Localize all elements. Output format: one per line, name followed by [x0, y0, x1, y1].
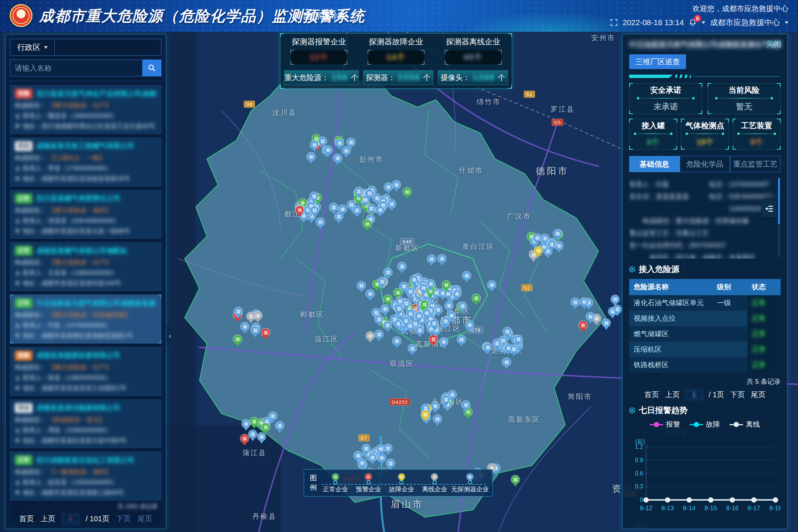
map-pin[interactable] — [250, 417, 258, 429]
table-row[interactable]: 液化石油气储罐区单元一级正常 — [629, 295, 781, 311]
map-pin[interactable] — [431, 402, 439, 413]
map-pin[interactable] — [484, 343, 492, 355]
scrollbar[interactable] — [778, 178, 780, 257]
map-pin[interactable] — [393, 337, 401, 348]
map-pin[interactable] — [440, 338, 448, 349]
map-pin[interactable] — [533, 234, 541, 245]
map-pin[interactable] — [438, 255, 446, 266]
map-pin[interactable] — [534, 246, 542, 258]
map-pin[interactable] — [392, 181, 400, 192]
user-menu[interactable]: 成都市应急救援中心 — [710, 17, 780, 28]
map-pin[interactable] — [427, 255, 436, 266]
map-pin[interactable] — [241, 323, 249, 334]
map-pin[interactable] — [233, 335, 242, 347]
page-first[interactable]: 首页 — [644, 390, 659, 400]
page-input[interactable] — [686, 390, 703, 400]
map-pin[interactable] — [427, 280, 435, 291]
map-pin[interactable] — [402, 317, 410, 328]
map-pin[interactable] — [395, 304, 403, 316]
page-last[interactable]: 尾页 — [751, 390, 765, 400]
enterprise-card[interactable]: 正常 中石油某某天然气有限公司成都某某液化气储配站 构成级别：【重大危险源・经营… — [10, 294, 161, 344]
map-pin[interactable] — [310, 206, 318, 218]
page-first[interactable]: 首页 — [19, 514, 34, 524]
enterprise-card[interactable]: 离线 成都某某市政工程燃气有限公司 构成级别：【三级站点・一般】 联系人：李某（… — [10, 137, 161, 187]
map-pin[interactable] — [310, 192, 318, 204]
map-pin[interactable] — [388, 200, 396, 211]
region-filter-input[interactable] — [55, 39, 161, 55]
map-pin[interactable] — [338, 205, 347, 216]
enterprise-card[interactable]: 离线 成都某某清洁能源有限公司 构成级别：【构成级别・暂无】 联系人：周某（15… — [10, 399, 161, 449]
map-pin[interactable] — [457, 335, 466, 347]
notification-bell-icon[interactable]: 0 — [689, 18, 697, 27]
enterprise-card[interactable]: 正常 四川成都某某石油化工有限公司 构成级别：【一般危险源・储存】 联系人：赵某… — [10, 451, 161, 501]
map-pin[interactable] — [586, 313, 594, 324]
table-row[interactable]: 视频接入点位正常 — [629, 311, 781, 326]
map-pin[interactable] — [330, 203, 338, 215]
map-pin[interactable] — [488, 281, 496, 292]
page-next[interactable]: 下页 — [116, 514, 131, 524]
map-pin[interactable] — [353, 206, 361, 218]
map-pin[interactable] — [241, 434, 249, 446]
system-nav-menu[interactable]: 系统导航 — [304, 0, 345, 32]
fullscreen-icon[interactable] — [610, 19, 618, 26]
map-pin[interactable] — [258, 433, 266, 444]
map-pin[interactable] — [441, 317, 450, 328]
map-pin[interactable] — [442, 281, 450, 292]
page-input[interactable] — [62, 514, 79, 524]
tab-危险化学品[interactable]: 危险化学品 — [680, 156, 730, 172]
map-pin[interactable] — [365, 189, 374, 201]
map-pin[interactable] — [334, 154, 342, 166]
map-pin[interactable] — [602, 319, 610, 330]
map-pin[interactable] — [472, 294, 480, 306]
map-pin[interactable] — [423, 309, 431, 320]
map-pin[interactable] — [276, 422, 284, 433]
map-pin[interactable] — [310, 141, 318, 152]
map-pin[interactable] — [613, 305, 621, 317]
map-pin[interactable] — [242, 420, 250, 431]
enterprise-card[interactable]: 预警 成都某某能源发展有限公司 构成级别：【重大危险源・生产】 联系人：陈某（1… — [10, 347, 161, 396]
enterprise-card[interactable]: 报警 四川某某天然气净化产品有限公司成都输配分公司 构成级别：【重大危险源・生产… — [10, 85, 161, 134]
map-pin[interactable] — [553, 229, 562, 241]
map-pin[interactable] — [493, 339, 501, 351]
map-pin[interactable] — [296, 206, 304, 217]
map-pin[interactable] — [541, 234, 549, 246]
page-last[interactable]: 尾页 — [137, 514, 152, 524]
tab-基础信息[interactable]: 基础信息 — [629, 156, 680, 172]
map-pin[interactable] — [366, 332, 374, 343]
map-pin[interactable] — [384, 444, 392, 456]
map-pin[interactable] — [376, 206, 384, 217]
map-pin[interactable] — [254, 311, 262, 323]
table-row[interactable]: 铁路栈桥区正常 — [629, 357, 781, 373]
map-pin[interactable] — [453, 290, 461, 301]
map-pin[interactable] — [503, 327, 511, 339]
map-pin[interactable] — [375, 315, 383, 327]
map-pin[interactable] — [269, 412, 277, 423]
map-pin[interactable] — [318, 137, 327, 149]
map-pin[interactable] — [247, 312, 255, 324]
map-pin[interactable] — [378, 277, 386, 289]
map-pin[interactable] — [367, 204, 375, 216]
map-pin[interactable] — [421, 410, 429, 422]
map-pin[interactable] — [410, 276, 418, 287]
page-next[interactable]: 下页 — [730, 390, 745, 400]
map-pin[interactable] — [502, 358, 511, 369]
map-pin[interactable] — [463, 272, 471, 283]
map-pin[interactable] — [580, 298, 588, 309]
map-pin[interactable] — [466, 321, 474, 332]
map-pin[interactable] — [249, 430, 257, 441]
page-prev[interactable]: 上页 — [41, 514, 55, 524]
map-pin[interactable] — [358, 459, 366, 470]
3d-patrol-button[interactable]: 三维厂区巡查 — [629, 54, 686, 69]
region-filter-dropdown[interactable]: 行政区 — [10, 39, 55, 55]
panel-expand-icon[interactable] — [761, 200, 777, 217]
map-pin[interactable] — [433, 415, 441, 426]
map-pin[interactable] — [384, 183, 392, 194]
map-pin[interactable] — [366, 290, 374, 301]
map-pin[interactable] — [579, 321, 587, 332]
map-pin[interactable] — [462, 401, 470, 412]
table-row[interactable]: 压缩机区正常 — [629, 342, 781, 357]
map-pin[interactable] — [381, 305, 389, 316]
map-pin[interactable] — [335, 139, 344, 150]
search-button[interactable] — [142, 59, 161, 76]
sidebar-collapse-toggle[interactable]: ‹ — [166, 324, 174, 347]
